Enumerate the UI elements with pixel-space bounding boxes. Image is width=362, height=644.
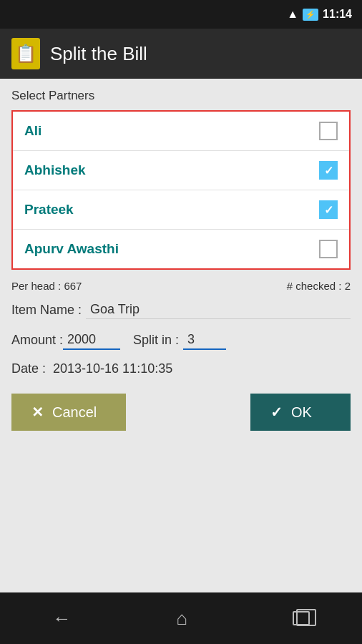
amount-split-row: Amount : Split in :	[11, 331, 351, 350]
item-name-row: Item Name :	[11, 301, 351, 319]
item-name-input[interactable]	[86, 301, 351, 319]
per-head-label: Per head :	[11, 280, 64, 292]
checkbox-ali[interactable]	[319, 122, 338, 140]
app-title: Split the Bill	[50, 43, 147, 65]
checkbox-prateek[interactable]	[319, 200, 338, 219]
per-head-row: Per head : 667 # checked : 2	[11, 280, 351, 292]
per-head-info: Per head : 667	[11, 280, 82, 292]
checkbox-abhishek[interactable]	[319, 161, 338, 180]
battery-icon: ⚡	[303, 9, 318, 21]
partner-name-abhishek: Abhishek	[24, 162, 86, 178]
button-row: ✕ Cancel ✓ OK	[11, 394, 351, 431]
select-partners-label: Select Partners	[11, 89, 351, 103]
split-in-input[interactable]	[183, 331, 226, 350]
cancel-button[interactable]: ✕ Cancel	[11, 394, 126, 431]
amount-label: Amount :	[11, 333, 63, 348]
checked-info: # checked : 2	[287, 280, 351, 292]
partner-name-ali: Ali	[24, 123, 41, 139]
ok-icon: ✓	[270, 404, 283, 421]
wifi-icon: ▲	[287, 8, 298, 21]
cancel-label: Cancel	[52, 404, 97, 421]
partners-list: Ali Abhishek Prateek Apurv Awasthi	[11, 110, 351, 270]
home-button[interactable]: ⌂	[176, 608, 187, 630]
amount-input[interactable]	[63, 331, 120, 350]
checkbox-apurv[interactable]	[319, 240, 338, 258]
partner-row-abhishek: Abhishek	[13, 151, 349, 190]
item-name-label: Item Name :	[11, 303, 82, 318]
split-in-label: Split in :	[133, 333, 179, 348]
per-head-value: 667	[64, 280, 82, 292]
ok-button[interactable]: ✓ OK	[250, 394, 351, 431]
app-icon: 📋	[11, 38, 40, 69]
date-value: 2013-10-16 11:10:35	[53, 361, 172, 376]
status-bar: ▲ ⚡ 11:14	[0, 0, 362, 29]
partner-row-prateek: Prateek	[13, 190, 349, 230]
checked-value: 2	[345, 280, 351, 292]
date-label: Date :	[11, 361, 46, 376]
partner-name-prateek: Prateek	[24, 202, 74, 218]
bottom-nav: ← ⌂	[0, 592, 362, 644]
partner-row-ali: Ali	[13, 112, 349, 151]
app-bar: 📋 Split the Bill	[0, 29, 362, 79]
cancel-icon: ✕	[31, 404, 44, 421]
date-row: Date : 2013-10-16 11:10:35	[11, 361, 351, 376]
recents-button[interactable]	[293, 611, 310, 625]
partner-row-apurv: Apurv Awasthi	[13, 230, 349, 268]
partner-name-apurv: Apurv Awasthi	[24, 241, 119, 257]
ok-label: OK	[291, 404, 312, 421]
main-content: Select Partners Ali Abhishek Prateek Apu…	[0, 79, 362, 441]
back-button[interactable]: ←	[52, 608, 71, 630]
clock: 11:14	[323, 8, 352, 21]
checked-label: # checked :	[287, 280, 345, 292]
